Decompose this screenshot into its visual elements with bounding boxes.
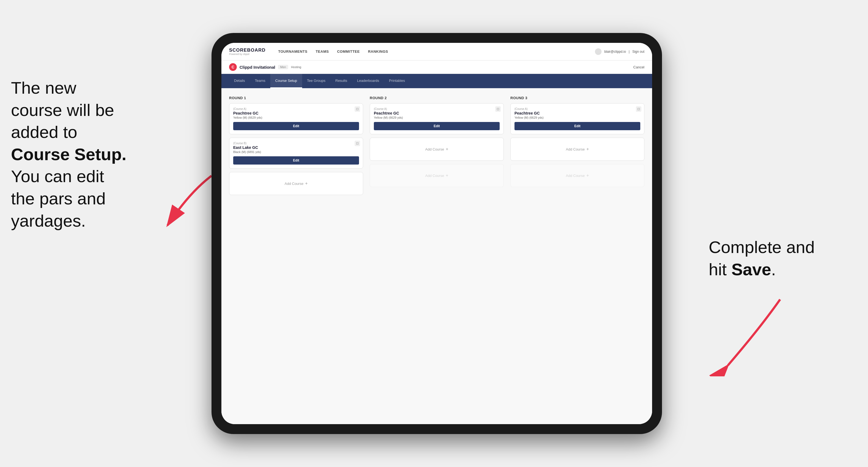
tab-printables[interactable]: Printables — [384, 74, 410, 88]
annotation-right-line1: Complete and — [709, 238, 815, 256]
annotation-right-line2: hit — [709, 260, 732, 279]
rounds-grid: Round 1 ⊡ (Course A) Peachtree GC Yellow… — [229, 96, 644, 198]
round3-add-course-disabled-plus: + — [586, 173, 589, 178]
tab-details[interactable]: Details — [229, 74, 250, 88]
round3-add-course-disabled: Add Course + — [510, 164, 644, 187]
round3-add-course-label: Add Course — [566, 147, 585, 151]
nav-items: TOURNAMENTS TEAMS COMMITTEE RANKINGS — [274, 47, 595, 56]
round1-course-a-tee: Yellow (M) (6629 yds) — [233, 116, 359, 119]
main-content: Round 1 ⊡ (Course A) Peachtree GC Yellow… — [221, 88, 652, 424]
tab-course-setup[interactable]: Course Setup — [270, 74, 302, 88]
round2-course-a-edit[interactable]: Edit — [374, 122, 500, 130]
round2-add-course-plus: + — [446, 147, 448, 152]
annotation-line7: yardages. — [11, 211, 86, 230]
round3-course-a-delete[interactable]: ⊡ — [636, 106, 641, 112]
round1-course-b-edit[interactable]: Edit — [233, 156, 359, 164]
nav-avatar — [595, 48, 601, 55]
round1-add-course-label: Add Course — [285, 182, 304, 186]
round3-course-a-tee: Yellow (M) (6629 yds) — [515, 116, 640, 119]
breadcrumb-area: C Clippd Invitational Men Hosting — [229, 63, 301, 71]
round2-course-a-card: ⊡ (Course A) Peachtree GC Yellow (M) (66… — [370, 103, 504, 134]
round1-course-b-card: ⊡ (Course B) East Lake GC Black (M) (689… — [229, 137, 363, 169]
round2-course-a-name: Peachtree GC — [374, 111, 500, 115]
round1-course-b-name: East Lake GC — [233, 145, 359, 150]
annotation-line1: The new — [11, 78, 76, 97]
nav-email: blair@clippd.io — [604, 50, 626, 54]
round2-add-course-disabled: Add Course + — [370, 164, 504, 187]
hosting-tag: Hosting — [291, 65, 301, 69]
round1-add-course-plus: + — [305, 181, 308, 186]
logo-area: SCOREBOARD Powered by clippd — [229, 48, 266, 56]
arrow-right-indicator — [684, 294, 783, 376]
round-2-title: Round 2 — [370, 96, 504, 100]
annotation-left: The new course will be added to Course S… — [11, 77, 181, 232]
logo-scoreboard: SCOREBOARD — [229, 48, 266, 53]
nav-rankings[interactable]: RANKINGS — [364, 47, 392, 56]
top-nav: SCOREBOARD Powered by clippd TOURNAMENTS… — [221, 43, 652, 60]
annotation-line3: added to — [11, 123, 77, 142]
round3-add-course-plus: + — [586, 147, 589, 152]
round-3-title: Round 3 — [510, 96, 644, 100]
round2-course-a-delete[interactable]: ⊡ — [495, 106, 501, 112]
round-1-title: Round 1 — [229, 96, 363, 100]
annotation-right-bold: Save — [732, 260, 771, 279]
round2-add-course-disabled-plus: + — [446, 173, 448, 178]
round2-add-course-disabled-label: Add Course — [425, 174, 444, 178]
tab-tee-groups[interactable]: Tee Groups — [302, 74, 331, 88]
round3-add-course-disabled-label: Add Course — [566, 174, 585, 178]
round2-course-a-tee: Yellow (M) (6629 yds) — [374, 116, 500, 119]
sub-header: C Clippd Invitational Men Hosting Cancel — [221, 60, 652, 74]
cancel-button[interactable]: Cancel — [633, 65, 644, 69]
annotation-right-end: . — [771, 260, 776, 279]
annotation-line6: the pars and — [11, 189, 106, 208]
round2-add-course-label: Add Course — [425, 147, 444, 151]
tab-results[interactable]: Results — [331, 74, 352, 88]
tab-teams[interactable]: Teams — [250, 74, 270, 88]
c-logo: C — [229, 63, 237, 71]
round1-course-a-edit[interactable]: Edit — [233, 122, 359, 130]
round1-course-a-name: Peachtree GC — [233, 111, 359, 115]
tournament-name[interactable]: Clippd Invitational — [240, 65, 275, 69]
tab-leaderboards[interactable]: Leaderboards — [352, 74, 384, 88]
round1-course-b-tee: Black (M) (6891 yds) — [233, 150, 359, 154]
nav-user-area: blair@clippd.io | Sign out — [595, 48, 644, 55]
annotation-right: Complete and hit Save. — [709, 236, 851, 280]
round-2-column: Round 2 ⊡ (Course A) Peachtree GC Yellow… — [370, 96, 504, 198]
sign-out-link[interactable]: Sign out — [632, 50, 644, 54]
round3-course-a-name: Peachtree GC — [515, 111, 640, 115]
round2-course-a-label: (Course A) — [374, 107, 500, 111]
round1-course-b-label: (Course B) — [233, 142, 359, 145]
round-3-column: Round 3 ⊡ (Course A) Peachtree GC Yellow… — [510, 96, 644, 198]
nav-teams[interactable]: TEAMS — [312, 47, 333, 56]
logo-sub: Powered by clippd — [229, 53, 266, 56]
round3-course-a-label: (Course A) — [515, 107, 640, 111]
round3-add-course-button[interactable]: Add Course + — [510, 137, 644, 161]
round1-course-a-label: (Course A) — [233, 107, 359, 111]
nav-separator: | — [629, 50, 629, 54]
annotation-line5: You can edit — [11, 167, 104, 186]
annotation-line4: Course Setup. — [11, 145, 126, 164]
round1-course-a-card: ⊡ (Course A) Peachtree GC Yellow (M) (66… — [229, 103, 363, 134]
round1-course-b-delete[interactable]: ⊡ — [354, 141, 360, 146]
tab-bar: Details Teams Course Setup Tee Groups Re… — [221, 74, 652, 88]
round2-add-course-button[interactable]: Add Course + — [370, 137, 504, 161]
round3-course-a-edit[interactable]: Edit — [515, 122, 640, 130]
round3-course-a-card: ⊡ (Course A) Peachtree GC Yellow (M) (66… — [510, 103, 644, 134]
annotation-line2: course will be — [11, 100, 114, 120]
gender-tag: Men — [278, 65, 288, 69]
round-1-column: Round 1 ⊡ (Course A) Peachtree GC Yellow… — [229, 96, 363, 198]
tablet-screen: SCOREBOARD Powered by clippd TOURNAMENTS… — [221, 43, 652, 424]
round1-add-course-button[interactable]: Add Course + — [229, 172, 363, 195]
round1-course-a-delete[interactable]: ⊡ — [354, 106, 360, 112]
nav-tournaments[interactable]: TOURNAMENTS — [274, 47, 311, 56]
tablet-device: SCOREBOARD Powered by clippd TOURNAMENTS… — [212, 33, 662, 434]
nav-committee[interactable]: COMMITTEE — [333, 47, 364, 56]
